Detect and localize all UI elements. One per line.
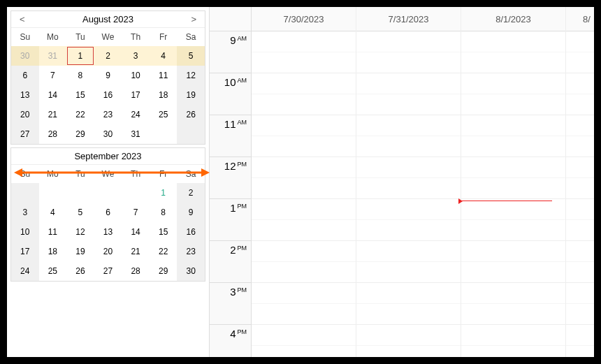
calendar-day[interactable]: 1	[150, 183, 178, 203]
time-slot[interactable]	[252, 31, 356, 52]
calendar-day[interactable]: 30	[94, 124, 122, 144]
date-header[interactable]: 7/31/2023	[356, 7, 461, 31]
time-slot[interactable]	[566, 157, 594, 178]
time-slot[interactable]	[566, 94, 594, 115]
time-slot[interactable]	[252, 346, 356, 357]
month-title[interactable]: September 2023	[74, 151, 141, 161]
calendar-day[interactable]: 6	[94, 203, 122, 222]
calendar-day[interactable]: 31	[122, 124, 150, 144]
calendar-day[interactable]	[11, 183, 39, 203]
calendar-day[interactable]	[177, 124, 205, 144]
time-slot[interactable]	[461, 283, 565, 304]
calendar-day[interactable]: 10	[11, 222, 39, 242]
calendar-day[interactable]: 27	[11, 124, 39, 144]
time-slot[interactable]	[252, 241, 356, 262]
calendar-day[interactable]: 11	[150, 66, 178, 85]
time-slot[interactable]	[356, 157, 461, 178]
time-slot[interactable]	[356, 52, 461, 73]
calendar-day[interactable]: 24	[122, 105, 150, 124]
time-slot[interactable]	[566, 199, 594, 220]
date-header[interactable]: 7/30/2023	[252, 7, 356, 31]
time-slot[interactable]	[461, 241, 565, 262]
calendar-day[interactable]: 26	[66, 261, 94, 281]
calendar-day[interactable]	[94, 183, 122, 203]
calendar-day[interactable]: 1	[66, 46, 94, 66]
time-slot[interactable]	[566, 304, 594, 325]
date-header[interactable]: 8/	[566, 7, 594, 31]
calendar-day[interactable]: 12	[66, 222, 94, 242]
time-slot[interactable]	[461, 178, 565, 199]
calendar-day[interactable]: 7	[39, 66, 67, 85]
time-slot[interactable]	[356, 31, 461, 52]
time-slot[interactable]	[461, 52, 565, 73]
calendar-day[interactable]: 17	[11, 242, 39, 261]
calendar-day[interactable]: 28	[39, 124, 67, 144]
calendar-day[interactable]: 28	[122, 261, 150, 281]
calendar-day[interactable]: 24	[11, 261, 39, 281]
calendar-day[interactable]: 10	[122, 66, 150, 85]
calendar-day[interactable]: 13	[11, 85, 39, 105]
time-slot[interactable]	[252, 262, 356, 283]
time-slot[interactable]	[356, 199, 461, 220]
time-slot[interactable]	[461, 262, 565, 283]
calendar-day[interactable]: 25	[39, 261, 67, 281]
time-slot[interactable]	[461, 346, 565, 357]
calendar-day[interactable]	[122, 183, 150, 203]
calendar-day[interactable]: 11	[39, 222, 67, 242]
calendar-day[interactable]: 8	[66, 66, 94, 85]
calendar-day[interactable]: 5	[177, 46, 205, 66]
time-slot[interactable]	[461, 73, 565, 94]
time-slot[interactable]	[461, 199, 565, 220]
time-slot[interactable]	[566, 73, 594, 94]
time-slot[interactable]	[252, 199, 356, 220]
time-slot[interactable]	[356, 178, 461, 199]
calendar-day[interactable]: 21	[122, 242, 150, 261]
calendar-day[interactable]: 20	[94, 242, 122, 261]
time-slot[interactable]	[252, 283, 356, 304]
calendar-day[interactable]: 29	[66, 124, 94, 144]
time-slot[interactable]	[356, 73, 461, 94]
calendar-day[interactable]: 20	[11, 105, 39, 124]
time-slot[interactable]	[461, 325, 565, 346]
calendar-day[interactable]: 3	[11, 203, 39, 222]
time-slot[interactable]	[252, 94, 356, 115]
time-slot[interactable]	[566, 241, 594, 262]
time-slot[interactable]	[252, 178, 356, 199]
calendar-day[interactable]: 19	[66, 242, 94, 261]
time-slot[interactable]	[252, 157, 356, 178]
time-slot[interactable]	[252, 73, 356, 94]
calendar-day[interactable]: 16	[177, 222, 205, 242]
calendar-day[interactable]: 14	[122, 222, 150, 242]
calendar-day[interactable]: 2	[177, 183, 205, 203]
calendar-day[interactable]: 21	[39, 105, 67, 124]
time-slot[interactable]	[566, 325, 594, 346]
time-slot[interactable]	[252, 220, 356, 241]
calendar-day[interactable]: 18	[150, 85, 178, 105]
time-slot[interactable]	[356, 136, 461, 157]
calendar-day[interactable]: 23	[94, 105, 122, 124]
calendar-day[interactable]: 3	[122, 46, 150, 66]
calendar-day[interactable]: 23	[177, 242, 205, 261]
calendar-day[interactable]	[39, 183, 67, 203]
time-slot[interactable]	[566, 178, 594, 199]
time-slot[interactable]	[566, 115, 594, 136]
calendar-day[interactable]: 31	[39, 46, 67, 66]
calendar-day[interactable]: 6	[11, 66, 39, 85]
calendar-day[interactable]: 5	[66, 203, 94, 222]
calendar-day[interactable]: 16	[94, 85, 122, 105]
time-slot[interactable]	[356, 94, 461, 115]
calendar-day[interactable]	[66, 183, 94, 203]
time-slot[interactable]	[461, 304, 565, 325]
calendar-day[interactable]: 27	[94, 261, 122, 281]
time-slot[interactable]	[356, 325, 461, 346]
calendar-day[interactable]: 13	[94, 222, 122, 242]
calendar-day[interactable]: 14	[39, 85, 67, 105]
time-slot[interactable]	[252, 115, 356, 136]
calendar-day[interactable]: 15	[66, 85, 94, 105]
time-slot[interactable]	[566, 346, 594, 357]
time-slot[interactable]	[461, 136, 565, 157]
time-slot[interactable]	[356, 283, 461, 304]
time-slot[interactable]	[356, 241, 461, 262]
calendar-day[interactable]: 4	[39, 203, 67, 222]
time-slot[interactable]	[356, 304, 461, 325]
